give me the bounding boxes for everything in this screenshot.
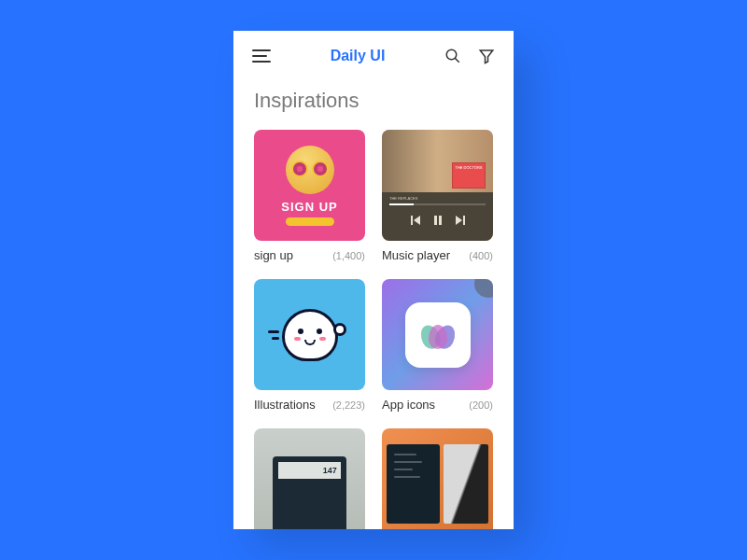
pause-icon [431,214,444,227]
phone-frame: Daily UI Inspirations SIGN UP sign [233,31,514,529]
progress-bar [389,203,486,205]
svg-rect-4 [411,216,413,225]
inspirations-grid: SIGN UP sign up (1,400) THE DOCTORS THE … [233,130,514,529]
prev-icon [409,214,422,227]
thumb-signup: SIGN UP [254,130,365,241]
card-label: Music player [382,248,450,262]
ripple-badge [474,279,493,298]
card-calculator[interactable]: 147 [254,428,365,529]
signup-avatar [286,146,334,194]
svg-rect-5 [434,216,437,225]
svg-line-1 [455,58,459,63]
card-signup[interactable]: SIGN UP sign up (1,400) [254,130,365,262]
thumb-calculator: 147 [254,428,365,529]
svg-rect-8 [463,216,465,225]
signup-pill [286,217,334,226]
menu-icon[interactable] [252,49,271,63]
search-icon[interactable] [444,48,461,64]
card-count: (2,223) [332,399,365,411]
card-count: (400) [469,250,493,261]
thumb-music: THE DOCTORS THE REPLACES [382,130,493,241]
signup-overlay-text: SIGN UP [281,200,337,214]
svg-marker-7 [456,216,462,225]
card-label: sign up [254,248,293,262]
app-icon-tile [405,302,471,368]
card-illustrations[interactable]: Illustrations (2,223) [254,279,365,412]
thumb-illustrations [254,279,365,390]
card-count: (200) [469,399,493,411]
card-label: App icons [382,398,435,412]
lotus-icon [419,321,457,349]
filter-icon[interactable] [478,48,495,64]
svg-marker-3 [414,216,420,225]
svg-rect-6 [439,216,442,225]
card-app-icons[interactable]: App icons (200) [382,279,493,412]
next-icon [454,214,467,227]
track-name: THE REPLACES [389,196,417,201]
header: Daily UI [233,31,514,74]
card-dark[interactable] [382,428,493,529]
thumb-app-icons [382,279,493,390]
svg-point-0 [446,49,457,60]
app-title: Daily UI [331,48,386,64]
dark-panel [387,444,440,525]
card-music-player[interactable]: THE DOCTORS THE REPLACES [382,130,493,262]
calculator-display: 147 [278,462,341,479]
thumb-dark [382,428,493,529]
section-title: Inspirations [233,74,514,130]
card-label: Illustrations [254,398,316,412]
svg-marker-2 [480,50,493,63]
header-actions [444,48,495,64]
ghost-illustration [282,309,338,361]
album-cover: THE DOCTORS [452,162,486,189]
book-panel [444,444,488,525]
card-count: (1,400) [332,250,365,261]
